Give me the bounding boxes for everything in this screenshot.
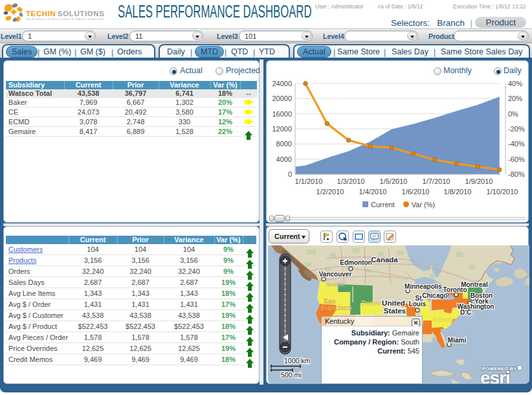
svg-text:20%: 20% bbox=[508, 95, 522, 102]
svg-text:States: States bbox=[384, 307, 406, 315]
svg-text:1/9/2010: 1/9/2010 bbox=[465, 177, 493, 185]
svg-text:United: United bbox=[382, 299, 405, 307]
svg-text:TECHIN: TECHIN bbox=[26, 10, 56, 17]
svg-text:1/5/2010: 1/5/2010 bbox=[380, 177, 408, 185]
svg-text:24000: 24000 bbox=[272, 80, 292, 87]
svg-text:Edmonton: Edmonton bbox=[340, 259, 371, 266]
svg-text:Canada: Canada bbox=[371, 256, 398, 264]
svg-text:1/3/2010: 1/3/2010 bbox=[337, 177, 365, 185]
svg-text:0: 0 bbox=[288, 170, 292, 178]
svg-text:BUSINESS INTELLIGENCE MADE SIM: BUSINESS INTELLIGENCE MADE SIMPLER bbox=[27, 17, 104, 21]
svg-text:Denver: Denver bbox=[361, 300, 383, 307]
svg-text:-20%: -20% bbox=[508, 125, 525, 133]
svg-text:Seattle: Seattle bbox=[326, 281, 345, 288]
svg-text:1/7/2010: 1/7/2010 bbox=[423, 177, 450, 185]
svg-text:1/2/2010: 1/2/2010 bbox=[316, 188, 344, 196]
svg-text:1000 km: 1000 km bbox=[284, 357, 311, 365]
svg-text:16000: 16000 bbox=[272, 110, 292, 118]
svg-text:Miami: Miami bbox=[448, 337, 467, 344]
svg-text:D.C.: D.C. bbox=[460, 309, 473, 316]
svg-text:8000: 8000 bbox=[276, 140, 292, 148]
svg-text:Atlanta: Atlanta bbox=[432, 316, 454, 323]
svg-text:1/4/2010: 1/4/2010 bbox=[359, 188, 387, 196]
svg-text:12000: 12000 bbox=[272, 125, 292, 133]
svg-text:-40%: -40% bbox=[508, 140, 525, 148]
svg-text:Montreal: Montreal bbox=[461, 281, 488, 288]
svg-text:20000: 20000 bbox=[272, 95, 292, 102]
svg-text:Minneapolis: Minneapolis bbox=[405, 283, 442, 290]
svg-text:1/6/2010: 1/6/2010 bbox=[402, 188, 430, 196]
svg-text:esri: esri bbox=[480, 368, 510, 383]
svg-text:4000: 4000 bbox=[276, 155, 292, 163]
svg-text:1/8/2010: 1/8/2010 bbox=[444, 188, 472, 196]
svg-text:40%: 40% bbox=[508, 80, 522, 87]
svg-text:0%: 0% bbox=[508, 110, 518, 118]
svg-text:1/1/2010: 1/1/2010 bbox=[295, 177, 323, 185]
svg-text:500 mi: 500 mi bbox=[281, 371, 302, 379]
svg-text:Louis: Louis bbox=[409, 300, 427, 308]
svg-text:1/10/2010: 1/10/2010 bbox=[487, 188, 518, 196]
svg-text:Francisco: Francisco bbox=[321, 304, 351, 311]
svg-text:-80%: -80% bbox=[508, 170, 525, 178]
svg-text:-60%: -60% bbox=[508, 155, 525, 163]
svg-text:Vancouver: Vancouver bbox=[319, 271, 352, 278]
svg-text:SOLUTIONS: SOLUTIONS bbox=[58, 10, 105, 17]
